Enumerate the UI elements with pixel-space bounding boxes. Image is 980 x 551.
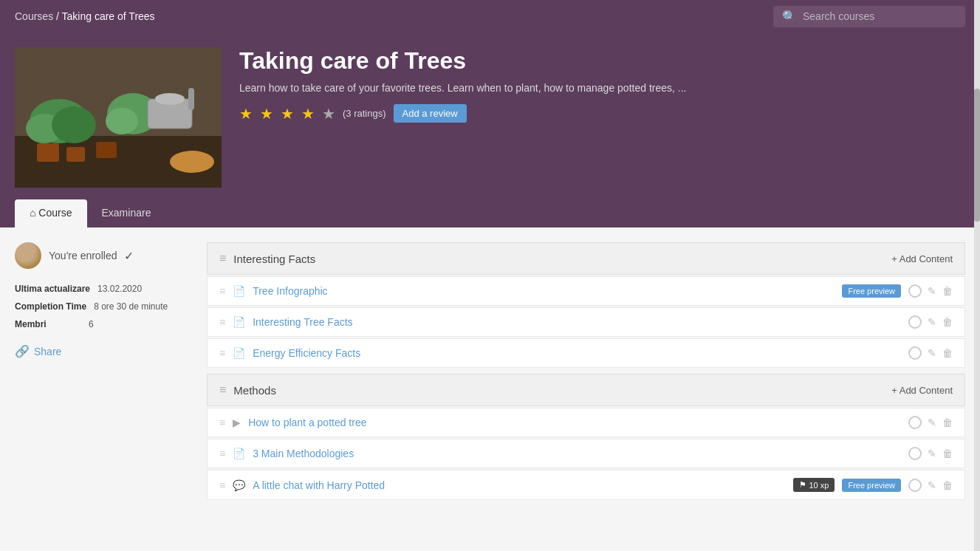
add-review-button[interactable]: Add a review bbox=[394, 104, 467, 123]
add-content-button-section-2[interactable]: + Add Content bbox=[891, 385, 953, 396]
edit-icon[interactable]: ✎ bbox=[928, 417, 936, 428]
tab-course-label: Course bbox=[38, 207, 72, 219]
section-interesting-facts: ≡ Interesting Facts + Add Content bbox=[207, 242, 965, 275]
video-icon: ▶ bbox=[233, 417, 241, 428]
breadcrumb-separator: / bbox=[56, 10, 62, 22]
hero-description: Learn how to take care of your favorite … bbox=[239, 82, 965, 94]
complete-circle[interactable] bbox=[908, 315, 922, 329]
home-icon: ⌂ bbox=[30, 207, 35, 219]
course-thumbnail bbox=[15, 47, 222, 188]
lesson-tree-infographic: ≡ 📄 Tree Infographic Free preview ✎ 🗑 bbox=[207, 276, 965, 306]
star-3: ★ bbox=[281, 105, 294, 123]
meta-value-members: 6 bbox=[89, 319, 94, 329]
tab-examinare[interactable]: Examinare bbox=[87, 199, 166, 227]
add-content-button-section-1[interactable]: + Add Content bbox=[891, 253, 953, 264]
meta-row-completion: Completion Time 8 ore 30 de minute bbox=[15, 301, 192, 312]
document-icon: 📄 bbox=[233, 316, 245, 328]
edit-icon[interactable]: ✎ bbox=[928, 448, 936, 459]
avatar bbox=[15, 242, 41, 269]
meta-value-date: 13.02.2020 bbox=[97, 284, 142, 294]
section-drag-icon[interactable]: ≡ bbox=[219, 383, 226, 397]
lesson-drag-icon[interactable]: ≡ bbox=[219, 448, 225, 459]
main-content: You're enrolled ✓ Ultima actualizare 13.… bbox=[0, 227, 980, 516]
lesson-actions: ✎ 🗑 bbox=[908, 315, 953, 329]
star-4: ★ bbox=[301, 105, 315, 123]
delete-icon[interactable]: 🗑 bbox=[942, 448, 953, 459]
check-icon: ✓ bbox=[124, 249, 134, 263]
search-icon: 🔍 bbox=[782, 10, 797, 24]
xp-badge: ⚑ 10 xp bbox=[793, 478, 835, 492]
lesson-drag-icon[interactable]: ≡ bbox=[219, 347, 225, 359]
hero-rating: ★ ★ ★ ★ ★ (3 ratings) Add a review bbox=[239, 104, 965, 123]
svg-point-13 bbox=[170, 151, 214, 173]
delete-icon[interactable]: 🗑 bbox=[942, 479, 953, 491]
lesson-drag-icon[interactable]: ≡ bbox=[219, 417, 225, 428]
search-input[interactable] bbox=[803, 10, 950, 22]
svg-rect-12 bbox=[96, 142, 117, 158]
lesson-drag-icon[interactable]: ≡ bbox=[219, 479, 225, 491]
meta-label-date: Ultima actualizare bbox=[15, 284, 90, 294]
lesson-title-energy-efficiency-facts[interactable]: Energy Efficiency Facts bbox=[253, 347, 901, 359]
section-drag-icon[interactable]: ≡ bbox=[219, 252, 226, 265]
meta-label-members: Membri bbox=[15, 319, 81, 329]
star-2: ★ bbox=[260, 105, 273, 123]
lesson-energy-efficiency-facts: ≡ 📄 Energy Efficiency Facts ✎ 🗑 bbox=[207, 338, 965, 368]
share-icon: 🔗 bbox=[15, 344, 30, 358]
lesson-title-interesting-tree-facts[interactable]: Interesting Tree Facts bbox=[253, 316, 901, 328]
lesson-actions: ✎ 🗑 bbox=[908, 479, 953, 492]
edit-icon[interactable]: ✎ bbox=[928, 285, 936, 297]
tab-examinare-label: Examinare bbox=[102, 207, 151, 219]
meta-table: Ultima actualizare 13.02.2020 Completion… bbox=[15, 284, 192, 329]
lesson-title-tree-infographic[interactable]: Tree Infographic bbox=[253, 285, 835, 297]
complete-circle[interactable] bbox=[908, 416, 922, 429]
document-icon: 📄 bbox=[233, 347, 245, 359]
lesson-title-harry-potted[interactable]: A little chat with Harry Potted bbox=[253, 479, 785, 491]
star-5: ★ bbox=[322, 105, 335, 123]
tab-course[interactable]: ⌂ Course bbox=[15, 199, 87, 227]
delete-icon[interactable]: 🗑 bbox=[942, 347, 953, 359]
lesson-interesting-tree-facts: ≡ 📄 Interesting Tree Facts ✎ 🗑 bbox=[207, 307, 965, 337]
breadcrumb: Courses / Taking care of Trees bbox=[15, 10, 155, 22]
delete-icon[interactable]: 🗑 bbox=[942, 285, 953, 297]
lesson-potted-tree: ≡ ▶ How to plant a potted tree ✎ 🗑 bbox=[207, 408, 965, 437]
top-bar: Courses / Taking care of Trees 🔍 bbox=[0, 0, 980, 32]
hero-tabs: ⌂ Course Examinare bbox=[15, 199, 965, 227]
star-1: ★ bbox=[239, 105, 253, 123]
svg-point-6 bbox=[106, 108, 138, 134]
complete-circle[interactable] bbox=[908, 346, 922, 360]
complete-circle[interactable] bbox=[908, 479, 922, 492]
enrolled-label: You're enrolled bbox=[49, 250, 117, 261]
document-icon: 📄 bbox=[233, 448, 245, 459]
complete-circle[interactable] bbox=[908, 447, 922, 460]
share-button[interactable]: 🔗 Share bbox=[15, 344, 61, 358]
delete-icon[interactable]: 🗑 bbox=[942, 316, 953, 328]
edit-icon[interactable]: ✎ bbox=[928, 347, 936, 359]
scrollbar[interactable] bbox=[974, 0, 980, 551]
meta-row-members: Membri 6 bbox=[15, 319, 192, 329]
edit-icon[interactable]: ✎ bbox=[928, 316, 936, 328]
document-icon: 📄 bbox=[233, 285, 245, 297]
edit-icon[interactable]: ✎ bbox=[928, 479, 936, 491]
chat-icon: 💬 bbox=[233, 479, 245, 491]
lesson-drag-icon[interactable]: ≡ bbox=[219, 316, 225, 328]
lesson-drag-icon[interactable]: ≡ bbox=[219, 285, 225, 297]
meta-label-completion: Completion Time bbox=[15, 301, 86, 312]
breadcrumb-courses-link[interactable]: Courses bbox=[15, 10, 53, 22]
delete-icon[interactable]: 🗑 bbox=[942, 417, 953, 428]
sidebar: You're enrolled ✓ Ultima actualizare 13.… bbox=[15, 242, 207, 502]
lesson-title-3-main-methodologies[interactable]: 3 Main Methodologies bbox=[253, 448, 901, 459]
avatar-image bbox=[15, 242, 41, 269]
xp-label: 10 xp bbox=[809, 481, 829, 490]
lesson-actions: ✎ 🗑 bbox=[908, 284, 953, 298]
breadcrumb-current: Taking care of Trees bbox=[62, 10, 155, 22]
flag-icon: ⚑ bbox=[799, 480, 806, 490]
section-title-interesting-facts: Interesting Facts bbox=[233, 253, 315, 265]
hero-section: Taking care of Trees Learn how to take c… bbox=[0, 32, 980, 227]
lesson-3-main-methodologies: ≡ 📄 3 Main Methodologies ✎ 🗑 bbox=[207, 439, 965, 468]
lesson-actions: ✎ 🗑 bbox=[908, 346, 953, 360]
lesson-actions: ✎ 🗑 bbox=[908, 447, 953, 460]
rating-count: (3 ratings) bbox=[343, 108, 386, 119]
complete-circle[interactable] bbox=[908, 284, 922, 298]
lesson-title-potted-tree[interactable]: How to plant a potted tree bbox=[248, 417, 901, 428]
scrollbar-thumb[interactable] bbox=[974, 89, 980, 222]
